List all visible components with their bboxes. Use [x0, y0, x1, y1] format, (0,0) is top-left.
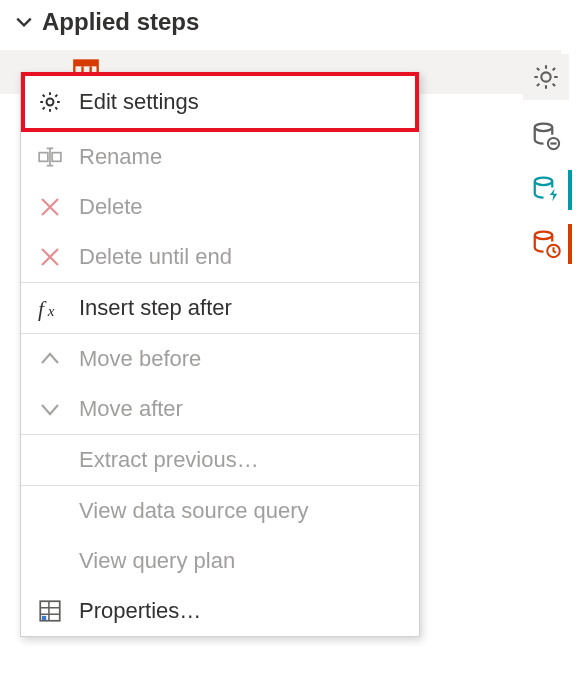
- menu-properties[interactable]: Properties…: [21, 586, 419, 636]
- properties-icon: [35, 596, 65, 626]
- database-remove-button[interactable]: [528, 118, 564, 154]
- menu-label: Insert step after: [79, 295, 232, 321]
- svg-point-8: [535, 178, 553, 186]
- chevron-down-icon: [14, 12, 34, 32]
- svg-rect-1: [74, 61, 97, 67]
- rename-icon: [35, 142, 65, 172]
- gear-icon: [35, 87, 65, 117]
- step-options-sidebar: [523, 54, 569, 262]
- menu-extract-previous[interactable]: Extract previous…: [21, 435, 419, 485]
- menu-edit-settings[interactable]: Edit settings: [21, 73, 419, 131]
- menu-move-before[interactable]: Move before: [21, 334, 419, 384]
- database-direct-button[interactable]: [528, 172, 564, 208]
- menu-label: Move before: [79, 346, 201, 372]
- gear-icon: [532, 63, 560, 91]
- menu-insert-step-after[interactable]: f x Insert step after: [21, 283, 419, 333]
- svg-rect-13: [52, 153, 61, 162]
- menu-label: Extract previous…: [79, 447, 259, 473]
- step-settings-button[interactable]: [523, 54, 569, 100]
- svg-rect-12: [39, 153, 48, 162]
- step-context-menu: Edit settings Rename Delete Delete until…: [20, 72, 420, 637]
- svg-text:f: f: [38, 297, 47, 321]
- menu-delete-until-end[interactable]: Delete until end: [21, 232, 419, 282]
- menu-view-query-plan[interactable]: View query plan: [21, 536, 419, 586]
- menu-label: Move after: [79, 396, 183, 422]
- delete-x-icon: [35, 192, 65, 222]
- menu-label: Rename: [79, 144, 162, 170]
- menu-move-after[interactable]: Move after: [21, 384, 419, 434]
- section-title: Applied steps: [42, 8, 199, 36]
- svg-text:x: x: [47, 302, 55, 319]
- menu-label: View query plan: [79, 548, 235, 574]
- database-minus-icon: [531, 121, 561, 151]
- menu-label: View data source query: [79, 498, 309, 524]
- chevron-up-icon: [35, 344, 65, 374]
- svg-point-9: [535, 232, 553, 240]
- menu-rename[interactable]: Rename: [21, 132, 419, 182]
- menu-label: Delete until end: [79, 244, 232, 270]
- accent-bar-icon: [568, 224, 572, 264]
- menu-label: Properties…: [79, 598, 201, 624]
- menu-delete[interactable]: Delete: [21, 182, 419, 232]
- svg-rect-23: [42, 616, 46, 620]
- menu-label: Delete: [79, 194, 143, 220]
- svg-point-11: [47, 99, 54, 106]
- accent-bar-icon: [568, 170, 572, 210]
- menu-view-data-source-query[interactable]: View data source query: [21, 486, 419, 536]
- applied-steps-header[interactable]: Applied steps: [0, 0, 581, 44]
- svg-point-5: [535, 124, 553, 132]
- database-schedule-button[interactable]: [528, 226, 564, 262]
- menu-label: Edit settings: [79, 89, 199, 115]
- delete-x-icon: [35, 242, 65, 272]
- database-lightning-icon: [531, 175, 561, 205]
- fx-icon: f x: [35, 293, 65, 323]
- chevron-down-icon: [35, 394, 65, 424]
- database-clock-icon: [531, 229, 561, 259]
